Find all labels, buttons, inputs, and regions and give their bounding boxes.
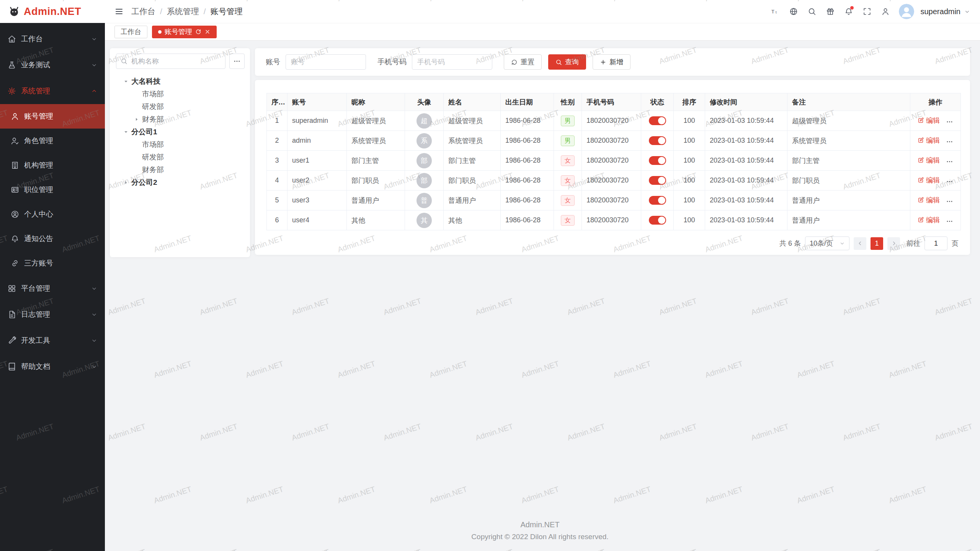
caret-right-icon[interactable]: [133, 116, 140, 122]
cell-avatar: 部: [405, 151, 444, 171]
notification-button[interactable]: [841, 3, 857, 20]
tab-workbench[interactable]: 工作台: [114, 26, 147, 38]
row-more-button[interactable]: [946, 178, 953, 185]
gift-button[interactable]: [822, 3, 838, 20]
reset-label: 重置: [521, 57, 534, 67]
tree-more-button[interactable]: [229, 54, 245, 69]
profile-button[interactable]: [877, 3, 893, 20]
sidebar-item-devtools[interactable]: 开发工具: [0, 328, 105, 354]
sidebar-subitem-label: 角色管理: [24, 136, 97, 146]
sidebar-subitem-label: 职位管理: [24, 185, 97, 195]
prev-page-button[interactable]: [854, 237, 866, 250]
caret-down-icon[interactable]: [122, 129, 129, 135]
edit-button[interactable]: 编辑: [918, 136, 940, 145]
tree-node[interactable]: 市场部: [116, 138, 244, 151]
sidebar-subitem-account[interactable]: 账号管理: [0, 104, 105, 129]
tree-node[interactable]: 研发部: [116, 100, 244, 113]
query-button[interactable]: 查询: [548, 54, 586, 70]
sidebar-item-log[interactable]: 日志管理: [0, 302, 105, 328]
edit-button[interactable]: 编辑: [918, 156, 940, 165]
status-toggle[interactable]: [649, 216, 666, 225]
goto-page-input[interactable]: [924, 236, 947, 250]
cell-modified: 2023-01-03 10:59:44: [705, 131, 787, 151]
sidebar-subitem-position[interactable]: 职位管理: [0, 178, 105, 202]
tree-node[interactable]: 财务部: [116, 163, 244, 176]
status-toggle[interactable]: [649, 196, 666, 205]
breadcrumb-item-workbench[interactable]: 工作台: [131, 6, 155, 17]
caret-down-icon[interactable]: [122, 78, 129, 85]
username[interactable]: superadmin: [920, 7, 960, 16]
tree-node[interactable]: 分公司1: [116, 126, 244, 138]
link-icon: [11, 259, 19, 267]
sidebar-item-workbench[interactable]: 工作台: [0, 26, 105, 52]
tree-node[interactable]: 财务部: [116, 113, 244, 126]
profile-icon: [11, 210, 19, 218]
collapse-menu-icon[interactable]: [114, 7, 124, 16]
status-toggle[interactable]: [649, 116, 666, 125]
tab-account-management[interactable]: 账号管理: [152, 26, 217, 38]
close-tab-icon[interactable]: [204, 29, 211, 35]
refresh-tab-icon[interactable]: [195, 29, 201, 35]
sidebar-subitem-role[interactable]: 角色管理: [0, 129, 105, 153]
table-header-0: 序号: [267, 93, 287, 111]
sidebar-subitem-profile-center[interactable]: 个人中心: [0, 202, 105, 227]
sidebar-item-business-test[interactable]: 业务测试: [0, 52, 105, 78]
flask-icon: [8, 61, 16, 69]
fullscreen-button[interactable]: [859, 3, 875, 20]
language-button[interactable]: [786, 3, 802, 20]
tree-node[interactable]: 市场部: [116, 88, 244, 100]
logo[interactable]: Admin.NET: [0, 0, 105, 23]
row-more-button[interactable]: [946, 158, 953, 165]
search-button[interactable]: [804, 3, 820, 20]
reset-button[interactable]: 重置: [504, 54, 542, 70]
page-size-select[interactable]: 10条/页: [805, 236, 849, 250]
edit-button[interactable]: 编辑: [918, 196, 940, 205]
phone-input[interactable]: [412, 54, 492, 70]
breadcrumb: 工作台 / 系统管理 / 账号管理: [131, 6, 243, 17]
cell-sort: 100: [674, 151, 705, 171]
row-more-button[interactable]: [946, 218, 953, 225]
tree-node[interactable]: 大名科技: [116, 75, 244, 88]
text-size-button[interactable]: Tt: [767, 3, 783, 20]
sidebar-subitem-notice[interactable]: 通知公告: [0, 227, 105, 251]
cell-account: user2: [287, 171, 347, 191]
tree-node-label: 研发部: [142, 152, 164, 162]
row-more-button[interactable]: [946, 198, 953, 205]
gender-badge: 女: [561, 175, 575, 186]
tree-node[interactable]: 研发部: [116, 151, 244, 163]
org-search-input[interactable]: [131, 57, 221, 66]
sidebar-subitem-org[interactable]: 机构管理: [0, 153, 105, 178]
table-header-8: 状态: [641, 93, 674, 111]
cell-nickname: 其他: [347, 210, 405, 230]
cell-nickname: 部门主管: [347, 151, 405, 171]
edit-button[interactable]: 编辑: [918, 116, 940, 125]
next-page-button[interactable]: [887, 237, 900, 250]
chevron-down-icon[interactable]: [964, 9, 970, 15]
status-toggle[interactable]: [649, 136, 666, 145]
toggle-knob: [658, 117, 665, 124]
tree-node[interactable]: 分公司2: [116, 176, 244, 189]
edit-icon: [918, 117, 924, 124]
user-avatar-image[interactable]: [899, 4, 914, 19]
sidebar-item-docs[interactable]: 帮助文档: [0, 354, 105, 380]
account-input[interactable]: [286, 54, 366, 70]
sidebar-item-platform[interactable]: 平台管理: [0, 276, 105, 302]
edit-button[interactable]: 编辑: [918, 215, 940, 225]
status-toggle[interactable]: [649, 176, 666, 185]
sidebar-subitem-third-account[interactable]: 三方账号: [0, 251, 105, 276]
breadcrumb-item-system[interactable]: 系统管理: [167, 6, 199, 17]
row-more-button[interactable]: [946, 118, 953, 126]
cell-modified: 2023-01-03 10:59:44: [705, 191, 787, 210]
user-avatar: 其: [416, 213, 432, 228]
cell-actions: 编辑: [910, 171, 961, 191]
sidebar-item-system[interactable]: 系统管理: [0, 78, 105, 104]
cell-gender: 女: [554, 191, 582, 210]
org-tree-panel: 大名科技市场部研发部财务部分公司1市场部研发部财务部分公司2: [110, 48, 250, 257]
row-more-button[interactable]: [946, 138, 953, 145]
status-toggle[interactable]: [649, 156, 666, 165]
edit-button[interactable]: 编辑: [918, 176, 940, 185]
page-1-button[interactable]: 1: [871, 237, 883, 250]
add-button[interactable]: 新增: [593, 54, 630, 70]
caret-right-icon[interactable]: [122, 179, 129, 186]
cell-avatar: 普: [405, 191, 444, 210]
